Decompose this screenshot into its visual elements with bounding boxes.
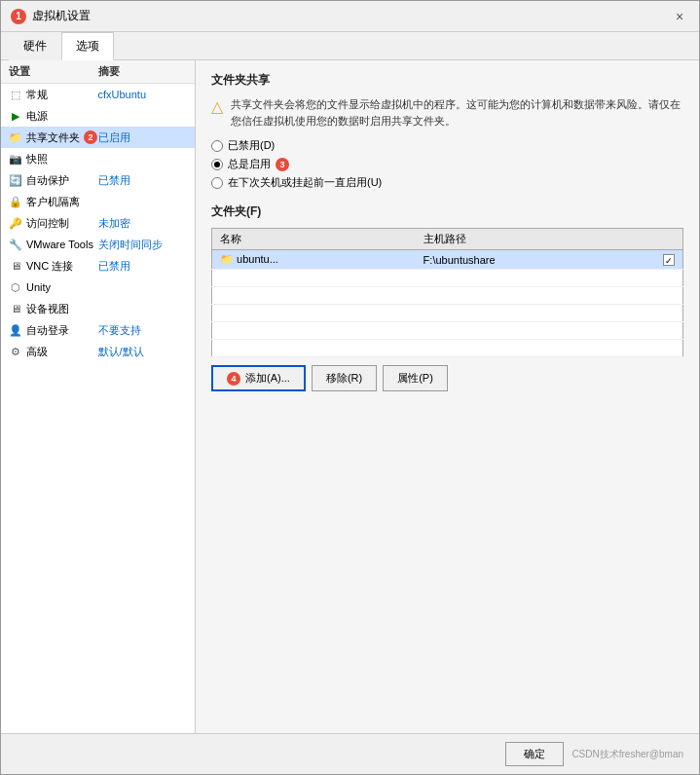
folder-icon: 📁	[220, 253, 234, 265]
snapshot-label: 快照	[26, 152, 48, 166]
device-view-icon: 🖥	[9, 303, 22, 314]
advanced-value: 默认/默认	[98, 345, 188, 359]
col-summary: 摘要	[98, 64, 188, 79]
radio-disabled[interactable]: 已禁用(D)	[211, 138, 683, 153]
radio-always-on[interactable]: 总是启用 3	[211, 157, 683, 171]
radio-always-on-circle	[211, 159, 223, 170]
sidebar-item-unity[interactable]: ⬡ Unity	[1, 277, 195, 298]
remove-folder-button[interactable]: 移除(R)	[312, 365, 377, 391]
sidebar-item-snapshot[interactable]: 📷 快照	[1, 148, 195, 169]
confirm-button[interactable]: 确定	[505, 742, 564, 766]
sidebar-item-power[interactable]: ▶ 电源	[1, 105, 195, 127]
left-panel: 设置 摘要 ⬚ 常规 cfxUbuntu ▶ 电源	[1, 60, 196, 733]
table-empty-row-3	[212, 305, 683, 322]
badge-1: 1	[11, 9, 26, 24]
autologin-label: 自动登录	[26, 323, 69, 338]
folder-table: 名称 主机路径 📁 ubuntu... F:\ubuntushare	[211, 228, 683, 357]
shared-folders-label: 共享文件夹	[26, 130, 80, 145]
vmware-tools-icon: 🔧	[9, 239, 22, 251]
tab-hardware[interactable]: 硬件	[9, 32, 61, 60]
badge-2: 2	[84, 130, 97, 144]
radio-until-shutdown-label: 在下次关机或挂起前一直启用(U)	[228, 175, 382, 190]
col-host-path: 主机路径	[416, 229, 655, 250]
autologin-value: 不要支持	[98, 323, 188, 338]
general-label: 常规	[26, 88, 48, 102]
warning-text: 共享文件夹会将您的文件显示给虚拟机中的程序。这可能为您的计算机和数据带来风险。请…	[231, 96, 683, 129]
warning-icon: △	[211, 97, 223, 116]
col-name: 名称	[212, 229, 416, 250]
tab-options[interactable]: 选项	[61, 32, 114, 60]
left-panel-header: 设置 摘要	[1, 60, 195, 84]
radio-disabled-label: 已禁用(D)	[228, 138, 275, 153]
sidebar-item-advanced[interactable]: ⚙ 高级 默认/默认	[1, 341, 195, 362]
sidebar-item-vnc[interactable]: 🖥 VNC 连接 已禁用	[1, 255, 195, 277]
bottom-bar: 确定 CSDN技术fresher@bman	[1, 733, 699, 774]
file-sharing-title: 文件夹共享	[211, 72, 683, 89]
vnc-value: 已禁用	[98, 259, 188, 274]
guest-isolation-icon: 🔒	[9, 196, 22, 208]
radio-group: 已禁用(D) 总是启用 3 在下次关机或挂起前一直启用(U)	[211, 138, 683, 190]
folder-path: F:\ubuntushare	[416, 250, 655, 270]
general-icon: ⬚	[9, 89, 22, 101]
col-checkbox	[655, 229, 683, 250]
table-row[interactable]: 📁 ubuntu... F:\ubuntushare	[212, 250, 683, 270]
main-content: 设置 摘要 ⬚ 常规 cfxUbuntu ▶ 电源	[1, 60, 699, 733]
power-label: 电源	[26, 109, 48, 124]
shared-folders-value: 已启用	[98, 130, 188, 145]
snapshot-icon: 📷	[9, 153, 22, 166]
autoprotect-icon: 🔄	[9, 174, 22, 187]
dialog: 1 虚拟机设置 × 硬件 选项 设置 摘要 ⬚ 常规 cfxUbuntu	[0, 0, 700, 775]
autologin-icon: 👤	[9, 324, 22, 337]
folder-enabled[interactable]	[655, 250, 683, 270]
access-control-value: 未加密	[98, 216, 188, 231]
table-empty-row-4	[212, 322, 683, 340]
vmware-tools-value: 关闭时间同步	[98, 238, 188, 252]
add-folder-button[interactable]: 4 添加(A)...	[211, 365, 306, 391]
sidebar-item-shared-folders[interactable]: 📁 共享文件夹 2 已启用	[1, 127, 195, 148]
badge-4: 4	[227, 372, 240, 386]
advanced-icon: ⚙	[9, 346, 22, 358]
guest-isolation-label: 客户机隔离	[26, 195, 80, 209]
vmware-tools-label: VMware Tools	[26, 239, 93, 250]
right-panel: 文件夹共享 △ 共享文件夹会将您的文件显示给虚拟机中的程序。这可能为您的计算机和…	[196, 60, 699, 733]
table-empty-row-5	[212, 340, 683, 357]
folder-section-title: 文件夹(F)	[211, 203, 683, 220]
autoprotect-value: 已禁用	[98, 173, 188, 188]
sidebar-item-general[interactable]: ⬚ 常规 cfxUbuntu	[1, 84, 195, 105]
folder-name: 📁 ubuntu...	[212, 250, 416, 270]
vnc-label: VNC 连接	[26, 259, 73, 274]
tabs: 硬件 选项	[1, 32, 699, 60]
radio-until-shutdown[interactable]: 在下次关机或挂起前一直启用(U)	[211, 175, 683, 190]
table-empty-row-1	[212, 270, 683, 287]
vnc-icon: 🖥	[9, 260, 22, 272]
access-control-label: 访问控制	[26, 216, 69, 231]
access-control-icon: 🔑	[9, 217, 22, 230]
watermark: CSDN技术fresher@bman	[571, 748, 683, 761]
warning-box: △ 共享文件夹会将您的文件显示给虚拟机中的程序。这可能为您的计算机和数据带来风险…	[211, 96, 683, 129]
properties-folder-button[interactable]: 属性(P)	[383, 365, 448, 391]
col-setting: 设置	[9, 64, 98, 79]
autoprotect-label: 自动保护	[26, 173, 69, 188]
dialog-title: 虚拟机设置	[32, 8, 91, 24]
unity-icon: ⬡	[9, 281, 22, 294]
sidebar-item-vmware-tools[interactable]: 🔧 VMware Tools 关闭时间同步	[1, 234, 195, 255]
badge-3: 3	[276, 158, 289, 171]
general-value: cfxUbuntu	[98, 89, 188, 100]
close-button[interactable]: ×	[670, 7, 689, 26]
radio-always-on-label: 总是启用	[228, 157, 271, 171]
sidebar-item-device-view[interactable]: 🖥 设备视图	[1, 298, 195, 319]
table-empty-row-2	[212, 287, 683, 305]
device-view-label: 设备视图	[26, 302, 69, 316]
title-bar: 1 虚拟机设置 ×	[1, 1, 699, 32]
sidebar-item-guest-isolation[interactable]: 🔒 客户机隔离	[1, 191, 195, 212]
folder-buttons: 4 添加(A)... 移除(R) 属性(P)	[211, 365, 683, 391]
sidebar-item-autologin[interactable]: 👤 自动登录 不要支持	[1, 319, 195, 341]
folder-checkbox[interactable]	[663, 254, 675, 266]
shared-folders-icon: 📁	[9, 131, 22, 144]
sidebar-item-autoprotect[interactable]: 🔄 自动保护 已禁用	[1, 169, 195, 191]
advanced-label: 高级	[26, 345, 48, 359]
folder-section: 文件夹(F) 名称 主机路径 📁 ubuntu...	[211, 203, 683, 391]
sidebar-item-access-control[interactable]: 🔑 访问控制 未加密	[1, 212, 195, 234]
power-icon: ▶	[9, 110, 22, 123]
unity-label: Unity	[26, 281, 51, 293]
